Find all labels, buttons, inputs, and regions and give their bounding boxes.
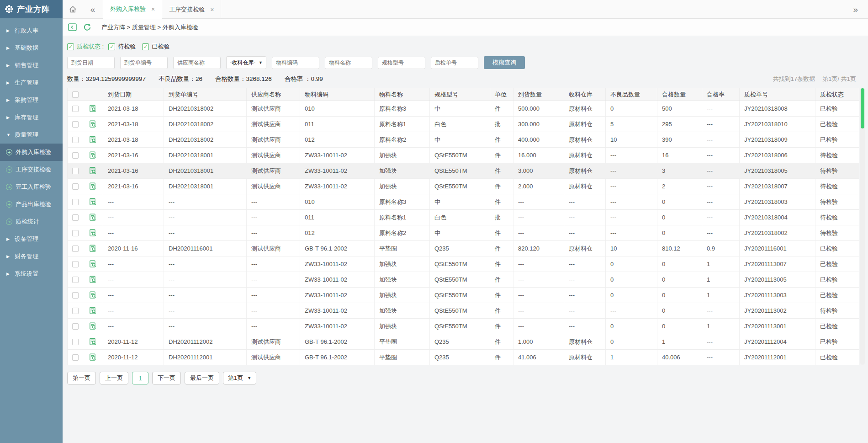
sidebar-sub-item[interactable]: ➜质检统计 <box>0 213 63 230</box>
fuzzy-search-button[interactable]: 模糊查询 <box>484 56 525 69</box>
collapse-sidebar-icon[interactable] <box>68 23 77 31</box>
cell-qc-no: JY20210318003 <box>740 194 815 210</box>
view-detail-icon[interactable] <box>89 291 97 299</box>
view-detail-icon[interactable] <box>89 167 97 175</box>
page-button-active[interactable]: 1 <box>132 372 148 384</box>
filter-input[interactable] <box>173 57 221 69</box>
cell-supplier: 测试供应商 <box>247 350 300 365</box>
sidebar-group-item[interactable]: ▼质量管理 <box>0 126 63 144</box>
page-button[interactable]: 上一页 <box>100 372 128 384</box>
cell-qualified-qty: 0 <box>657 210 702 225</box>
cell-qualified-qty: 0 <box>657 225 702 241</box>
filter-input[interactable] <box>67 57 115 69</box>
cell-warehouse: 原材料仓 <box>564 132 606 148</box>
page-select[interactable]: 第1页 ▼ <box>223 372 256 384</box>
filter-input[interactable] <box>272 57 319 69</box>
cell-material-name: 加强块 <box>375 163 430 179</box>
select-all-checkbox[interactable] <box>72 91 79 98</box>
view-detail-icon[interactable] <box>89 105 97 112</box>
check-all-status-checkbox[interactable]: ✓ <box>67 43 74 50</box>
sidebar-group-item[interactable]: ▶库存管理 <box>0 109 63 126</box>
cell-pass-rate: --- <box>702 225 740 241</box>
sidebar-sub-item-active[interactable]: ➜外购入库检验 <box>0 144 63 161</box>
sidebar-group-item[interactable]: ▶设备管理 <box>0 230 63 248</box>
cell-arrival-date: 2021-03-18 <box>103 101 164 117</box>
close-tab-icon[interactable]: × <box>210 6 214 13</box>
row-checkbox[interactable] <box>72 261 79 267</box>
row-checkbox[interactable] <box>72 339 79 345</box>
cell-arrival-date: 2021-03-16 <box>103 179 164 194</box>
sidebar-sub-item[interactable]: ➜完工入库检验 <box>0 178 63 196</box>
view-detail-icon[interactable] <box>89 245 97 252</box>
row-checkbox[interactable] <box>72 277 79 283</box>
row-checkbox[interactable] <box>72 292 79 299</box>
page-button[interactable]: 第一页 <box>67 372 96 384</box>
tab-active[interactable]: 外购入库检验× <box>103 0 162 19</box>
view-detail-icon[interactable] <box>89 338 97 346</box>
column-header: 物料名称 <box>375 88 430 101</box>
filter-input[interactable] <box>378 57 425 69</box>
row-checkbox[interactable] <box>72 106 79 112</box>
close-tab-icon[interactable]: × <box>151 5 155 13</box>
view-detail-icon[interactable] <box>89 182 97 190</box>
cell-spec: QStE550TM <box>430 179 490 194</box>
refresh-icon[interactable] <box>83 23 91 32</box>
row-checkbox[interactable] <box>72 183 79 190</box>
row-checkbox[interactable] <box>72 168 79 174</box>
view-detail-icon[interactable] <box>89 307 97 315</box>
cell-order-no: --- <box>164 225 247 241</box>
row-checkbox[interactable] <box>72 230 79 236</box>
filter-input[interactable] <box>431 57 478 69</box>
row-checkbox[interactable] <box>72 199 79 205</box>
row-checkbox[interactable] <box>72 214 79 221</box>
logo-text: 产业方阵 <box>17 4 50 15</box>
collapse-tabs-icon[interactable]: « <box>83 5 103 14</box>
sidebar-group-item[interactable]: ▶销售管理 <box>0 57 63 74</box>
row-checkbox[interactable] <box>72 246 79 252</box>
sidebar-sub-item[interactable]: ➜产品出库检验 <box>0 196 63 213</box>
sidebar-group-label: 库存管理 <box>15 113 38 122</box>
stats: 数量：3294.1259999999997不良品数量：26合格数量：3268.1… <box>67 75 336 83</box>
view-detail-icon[interactable] <box>89 198 97 206</box>
view-detail-icon[interactable] <box>89 260 97 268</box>
sidebar-group-item[interactable]: ▶系统设置 <box>0 265 63 283</box>
view-detail-icon[interactable] <box>89 229 97 237</box>
page-button[interactable]: 下一页 <box>152 372 181 384</box>
sidebar-group-label: 系统设置 <box>15 270 38 278</box>
page-button[interactable]: 最后一页 <box>185 372 219 384</box>
expand-tabs-icon[interactable]: » <box>853 5 868 14</box>
filter-input[interactable] <box>120 57 168 69</box>
sidebar-sub-item[interactable]: ➜工序交接检验 <box>0 161 63 178</box>
status-checkbox[interactable]: ✓ <box>108 43 115 50</box>
tab-inactive[interactable]: 工序交接检验× <box>162 0 221 19</box>
row-checkbox[interactable] <box>72 354 79 361</box>
row-checkbox[interactable] <box>72 323 79 330</box>
sidebar-sub-label: 质检统计 <box>16 218 39 226</box>
row-checkbox[interactable] <box>72 152 79 159</box>
view-detail-icon[interactable] <box>89 136 97 144</box>
row-checkbox[interactable] <box>72 308 79 314</box>
cell-qc-status: 待检验 <box>815 179 859 194</box>
sidebar-group-item[interactable]: ▶采购管理 <box>0 91 63 109</box>
sidebar-group-item[interactable]: ▶财务管理 <box>0 248 63 265</box>
sidebar-sub-label: 产品出库检验 <box>16 200 51 208</box>
row-checkbox[interactable] <box>72 137 79 143</box>
vertical-scrollbar[interactable] <box>860 88 865 365</box>
cell-warehouse: 原材料仓 <box>564 148 606 163</box>
view-detail-icon[interactable] <box>89 120 97 128</box>
warehouse-select[interactable]: -收料仓库-▼ <box>226 56 266 69</box>
sidebar-group-item[interactable]: ▶生产管理 <box>0 74 63 91</box>
status-checkbox[interactable]: ✓ <box>142 43 149 50</box>
view-detail-icon[interactable] <box>89 322 97 330</box>
row-checkbox[interactable] <box>72 121 79 128</box>
sidebar-group-item[interactable]: ▶基础数据 <box>0 39 63 57</box>
circle-arrow-icon: ➜ <box>6 166 12 173</box>
scrollbar-thumb[interactable] <box>861 88 864 128</box>
view-detail-icon[interactable] <box>89 151 97 159</box>
view-detail-icon[interactable] <box>89 276 97 283</box>
view-detail-icon[interactable] <box>89 353 97 361</box>
sidebar-group-item[interactable]: ▶行政人事 <box>0 22 63 39</box>
filter-input[interactable] <box>325 57 372 69</box>
home-icon[interactable] <box>63 5 83 13</box>
view-detail-icon[interactable] <box>89 213 97 221</box>
